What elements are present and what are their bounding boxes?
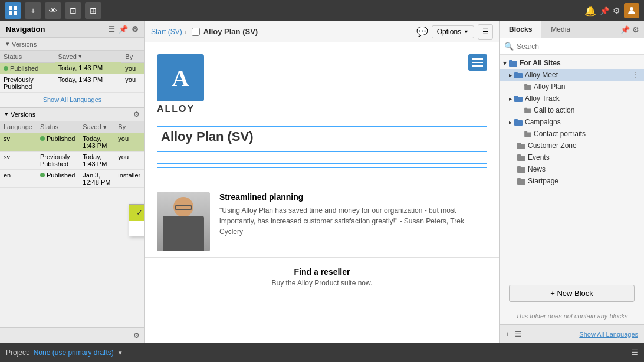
status-cell: PreviouslyPublished bbox=[0, 74, 55, 92]
person-body bbox=[163, 216, 204, 251]
page-title-bar: Alloy Plan (SV) bbox=[192, 27, 258, 36]
header-icons: ☰ 📌 ⚙ bbox=[108, 25, 139, 34]
tree-item-contact-portraits[interactable]: Contact portraits bbox=[500, 128, 644, 140]
project-link[interactable]: None (use primary drafts) bbox=[34, 348, 114, 357]
toggle-arrow-2[interactable]: ▾ bbox=[5, 110, 8, 118]
options-button[interactable]: Options ▼ bbox=[432, 25, 474, 38]
svg-rect-8 bbox=[514, 72, 518, 74]
add-btn[interactable]: + bbox=[25, 2, 41, 19]
svg-rect-18 bbox=[524, 131, 527, 133]
by-cell2: you bbox=[114, 151, 144, 169]
grid-icon bbox=[8, 6, 18, 15]
section-text: Streamlined planning "Using Alloy Plan h… bbox=[219, 192, 487, 237]
project-dropdown-arrow[interactable]: ▼ bbox=[117, 350, 123, 356]
saved-cell2: Today,1:43 PM bbox=[79, 151, 114, 169]
preview-btn[interactable]: 👁 bbox=[45, 2, 61, 19]
page-checkbox[interactable] bbox=[192, 28, 200, 36]
gear-footer[interactable]: ⚙ bbox=[133, 331, 140, 340]
left-panel-footer: ⚙ bbox=[0, 327, 144, 343]
kebab-meet[interactable]: ⋮ bbox=[632, 71, 639, 79]
table-row[interactable]: en Published Jan 3,12:48 PM installer bbox=[0, 169, 144, 187]
bottom-bar: Project: None (use primary drafts) ▼ ☰ bbox=[0, 343, 644, 362]
pin-right-icon[interactable]: 📌 bbox=[620, 25, 630, 34]
right-bottom-bar: + ☰ Show All Languages bbox=[500, 324, 644, 343]
saved-cell2: Today,1:43 PM bbox=[79, 133, 114, 151]
status-badge: Published bbox=[4, 65, 38, 72]
gear-header-icon[interactable]: ⚙ bbox=[132, 25, 139, 34]
tab-blocks[interactable]: Blocks bbox=[500, 21, 541, 38]
by-cell2: you bbox=[114, 133, 144, 151]
folder-ev-icon bbox=[517, 154, 525, 161]
text-input-1[interactable] bbox=[157, 151, 487, 164]
breadcrumb: Start (SV) › bbox=[151, 28, 187, 36]
gear-right-icon[interactable]: ⚙ bbox=[632, 25, 639, 34]
tree-item-startpage[interactable]: Startpage bbox=[500, 175, 644, 187]
table-row[interactable]: PreviouslyPublished Today, 1:43 PM you bbox=[0, 74, 144, 92]
saved-header2[interactable]: Saved ▾ bbox=[79, 121, 114, 133]
gear-icon[interactable]: ⚙ bbox=[613, 6, 620, 15]
tree-item-alloy-plan[interactable]: Alloy Plan bbox=[500, 81, 644, 93]
status-cell2: Published bbox=[37, 169, 79, 187]
tab-media[interactable]: Media bbox=[541, 21, 580, 38]
status-header2: Status bbox=[37, 121, 79, 133]
folder-news-icon bbox=[517, 166, 525, 173]
table-row[interactable]: sv PreviouslyPublished Today,1:43 PM you bbox=[0, 151, 144, 169]
avatar[interactable] bbox=[624, 3, 639, 18]
status-cell2: Published bbox=[37, 133, 79, 151]
left-panel: Navigation ☰ 📌 ⚙ ▾ Versions Status Saved bbox=[0, 21, 145, 343]
compare-btn[interactable]: ⊡ bbox=[65, 2, 81, 19]
saved-cell2: Jan 3,12:48 PM bbox=[79, 169, 114, 187]
tree-item-campaigns[interactable]: ▸ Campaigns bbox=[500, 116, 644, 128]
pin-header-icon[interactable]: 📌 bbox=[119, 25, 128, 34]
svg-rect-12 bbox=[514, 96, 518, 98]
status-cell: Published bbox=[0, 62, 55, 74]
pin-icon[interactable]: 📌 bbox=[600, 6, 609, 15]
show-all-languages-link-right[interactable]: Show All Languages bbox=[579, 331, 638, 338]
ham-line-1 bbox=[472, 58, 483, 60]
versions-title-1[interactable]: ▾ Versions bbox=[0, 38, 144, 51]
context-menu-item-remove-gadget[interactable]: Remove Gadget bbox=[129, 221, 145, 236]
folder-campaigns-icon bbox=[514, 119, 523, 126]
tree-item-root[interactable]: ▾ For All Sites bbox=[500, 57, 644, 69]
grid-icon-btn[interactable] bbox=[5, 2, 21, 19]
svg-rect-10 bbox=[524, 84, 527, 86]
tree-item-alloy-track[interactable]: ▸ Alloy Track bbox=[500, 93, 644, 104]
expand-icon: ⊞ bbox=[90, 6, 97, 15]
new-block-button[interactable]: + New Block bbox=[509, 285, 635, 302]
saved-header[interactable]: Saved ▾ bbox=[55, 51, 122, 62]
svg-rect-1 bbox=[14, 6, 17, 10]
hamburger-button[interactable] bbox=[468, 54, 487, 71]
page-heading-input[interactable] bbox=[157, 126, 487, 147]
tree-item-news[interactable]: News bbox=[500, 163, 644, 175]
gear-versions2[interactable]: ⚙ bbox=[133, 110, 140, 119]
ham-line-3 bbox=[472, 65, 483, 67]
table-row[interactable]: sv Published Today,1:43 PM you bbox=[0, 133, 144, 151]
saved-dropdown-arrow: ▾ bbox=[78, 52, 82, 60]
text-input-2[interactable] bbox=[157, 167, 487, 180]
alloy-track-label: Alloy Track bbox=[525, 94, 560, 103]
toggle-campaigns: ▸ bbox=[509, 119, 512, 126]
breadcrumb-start[interactable]: Start (SV) bbox=[151, 28, 182, 36]
startpage-label: Startpage bbox=[528, 177, 558, 185]
list-icon-bottom[interactable]: ☰ bbox=[515, 330, 522, 338]
list-icon[interactable]: ☰ bbox=[108, 25, 115, 34]
tree-area: ▾ For All Sites ▸ Alloy Meet ⋮ Alloy Pla… bbox=[500, 55, 644, 279]
search-input[interactable] bbox=[517, 42, 639, 51]
tree-item-call-to-action[interactable]: Call to action bbox=[500, 104, 644, 116]
search-bar: 🔍 bbox=[500, 38, 644, 55]
tree-item-events[interactable]: Events bbox=[500, 152, 644, 163]
add-icon-bottom[interactable]: + bbox=[505, 330, 510, 338]
tree-item-customer-zone[interactable]: Customer Zone bbox=[500, 140, 644, 152]
toggle-meet: ▸ bbox=[509, 72, 512, 78]
chat-icon[interactable]: 💬 bbox=[416, 26, 428, 37]
table-row[interactable]: Published Today, 1:43 PM you bbox=[0, 62, 144, 74]
bottom-list-icon[interactable]: ☰ bbox=[632, 348, 638, 357]
page-toolbar: Start (SV) › Alloy Plan (SV) 💬 Options ▼… bbox=[145, 21, 499, 42]
show-all-languages-link-top[interactable]: Show All Languages bbox=[0, 93, 144, 107]
expand-btn[interactable]: ⊞ bbox=[85, 2, 101, 19]
tree-item-alloy-meet[interactable]: ▸ Alloy Meet ⋮ bbox=[500, 69, 644, 81]
list-view-button[interactable]: ☰ bbox=[478, 24, 493, 40]
context-menu-item-show-content[interactable]: ✓ Show Content in Current Language Only bbox=[129, 205, 145, 221]
bell-icon[interactable]: 🔔 bbox=[584, 5, 596, 17]
logo-letter: A bbox=[172, 64, 189, 92]
